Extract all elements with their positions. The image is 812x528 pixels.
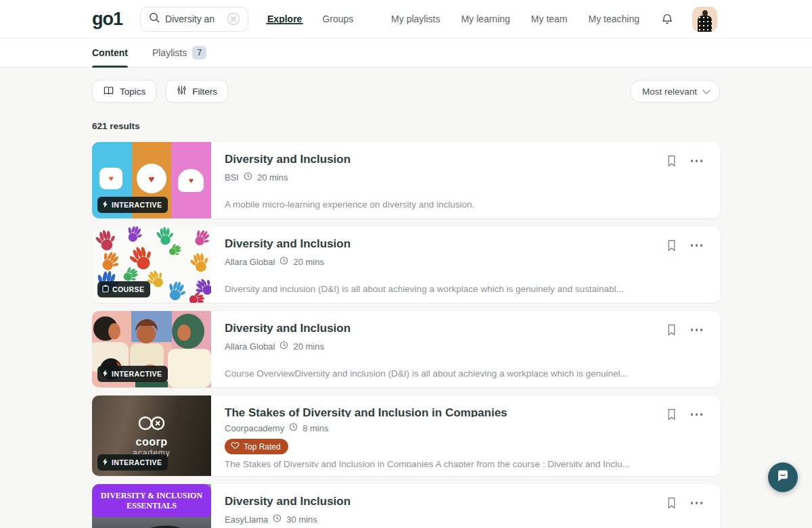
content-type-label: INTERACTIVE: [112, 370, 162, 378]
course-duration: 8 mins: [302, 423, 328, 433]
bookmark-icon[interactable]: [666, 155, 677, 168]
course-description: The Stakes of Diversity and Inclusion in…: [225, 459, 640, 467]
thumbnail-logo-text: coorp: [136, 436, 168, 448]
content-type-label: INTERACTIVE: [112, 201, 162, 209]
chevron-down-icon: [702, 87, 710, 97]
results-count: 621 results: [92, 121, 720, 131]
course-title: Diversity and Inclusion: [225, 237, 640, 251]
course-thumbnail: coorp academy INTERACTIVE: [92, 395, 211, 476]
nav-my-learning-label: My learning: [461, 14, 510, 24]
course-card[interactable]: DIVERSITY & INCLUSION ESSENTIALS Diversi…: [92, 484, 720, 528]
nav-my-team-label: My team: [531, 14, 568, 24]
course-provider: BSI: [225, 172, 239, 183]
lightning-icon: [102, 200, 108, 210]
top-rated-badge: Top Rated: [225, 439, 288, 454]
content-type-badge: COURSE: [97, 281, 150, 297]
clock-icon: [244, 172, 252, 183]
bookmark-icon[interactable]: [666, 497, 677, 510]
sort-dropdown-value: Most relevant: [642, 87, 697, 97]
nav-groups[interactable]: Groups: [321, 14, 355, 24]
content-type-label: COURSE: [112, 285, 144, 293]
top-navbar: go1 Explore Groups: [0, 0, 812, 39]
course-title: Diversity and Inclusion: [225, 322, 640, 335]
nav-my-playlists[interactable]: My playlists: [390, 14, 441, 24]
bookmark-icon[interactable]: [666, 324, 677, 337]
course-description: Diversity and inclusion (D&I) is all abo…: [225, 284, 640, 294]
filters-button[interactable]: Filters: [166, 80, 228, 103]
course-description: A mobile micro-learning experience on di…: [225, 199, 640, 210]
course-provider: Allara Global: [225, 257, 275, 267]
navbar-left: go1 Explore Groups: [92, 0, 355, 38]
nav-my-teaching[interactable]: My teaching: [587, 14, 641, 24]
more-options-icon[interactable]: [691, 239, 703, 247]
course-card[interactable]: coorp academy INTERACTIVE The Stakes of …: [92, 395, 720, 476]
content-type-badge: INTERACTIVE: [97, 454, 168, 471]
more-options-icon[interactable]: [691, 408, 703, 416]
course-duration: 20 mins: [293, 341, 324, 352]
chat-bubble-icon: [775, 469, 790, 486]
course-title: Diversity and Inclusion: [225, 153, 640, 166]
clock-icon: [289, 423, 298, 433]
notifications-bell-icon[interactable]: [660, 12, 674, 26]
course-thumbnail: COURSE: [92, 226, 211, 303]
bookmark-icon[interactable]: [666, 239, 677, 252]
more-options-icon[interactable]: [691, 324, 703, 331]
tab-content-label: Content: [92, 47, 128, 58]
thumbnail-banner-line1: DIVERSITY & INCLUSION: [101, 491, 202, 501]
search-icon: [149, 12, 160, 26]
page: go1 Explore Groups: [0, 0, 812, 528]
sliders-icon: [177, 85, 187, 97]
heart-icon: [231, 441, 240, 452]
course-card[interactable]: INTERACTIVE Diversity and Inclusion BSI …: [92, 142, 720, 218]
go1-logo[interactable]: go1: [92, 9, 122, 30]
search-input[interactable]: [165, 14, 221, 24]
thumbnail-banner-line2: ESSENTIALS: [127, 501, 177, 511]
section-tabs: Content Playlists 7: [0, 39, 812, 68]
course-description: Course OverviewDiversity and inclusion (…: [225, 368, 640, 379]
thumbnail-banner: DIVERSITY & INCLUSION ESSENTIALS: [92, 484, 211, 517]
course-provider: Allara Global: [225, 341, 275, 352]
course-duration: 20 mins: [293, 257, 324, 267]
topics-button[interactable]: Topics: [92, 80, 156, 103]
more-options-icon[interactable]: [691, 155, 703, 162]
user-avatar[interactable]: [692, 7, 717, 32]
book-icon: [103, 86, 114, 97]
tab-playlists[interactable]: Playlists 7: [152, 39, 206, 67]
primary-nav: Explore Groups: [266, 14, 355, 24]
steering-wheel-graphic: [129, 522, 191, 528]
lightning-icon: [102, 369, 108, 379]
coorp-infinity-logo-icon: [133, 414, 170, 435]
filter-buttons: Topics Filters: [92, 80, 228, 103]
top-rated-label: Top Rated: [244, 442, 281, 452]
active-nav-underline: [266, 23, 303, 24]
course-card[interactable]: INTERACTIVE Diversity and Inclusion Alla…: [92, 311, 720, 387]
course-card[interactable]: COURSE Diversity and Inclusion Allara Gl…: [92, 226, 720, 303]
course-duration: 30 mins: [286, 514, 317, 525]
nav-my-team[interactable]: My team: [530, 14, 569, 24]
filter-toolbar: Topics Filters Most relevant: [92, 80, 720, 103]
bookmark-icon[interactable]: [666, 408, 677, 421]
more-options-icon[interactable]: [691, 497, 703, 504]
playlists-count-badge: 7: [192, 46, 206, 59]
nav-my-teaching-label: My teaching: [589, 14, 639, 24]
nav-explore[interactable]: Explore: [266, 14, 303, 24]
tab-content[interactable]: Content: [92, 39, 128, 67]
course-title: Diversity and Inclusion: [225, 495, 640, 508]
sort-dropdown[interactable]: Most relevant: [630, 80, 720, 103]
navbar-right: My playlists My learning My team My teac…: [390, 0, 717, 38]
clipboard-icon: [102, 285, 109, 294]
nav-groups-label: Groups: [322, 14, 353, 24]
course-thumbnail: INTERACTIVE: [92, 142, 211, 218]
course-provider: Coorpacademy: [225, 423, 284, 433]
content-type-badge: INTERACTIVE: [97, 197, 168, 213]
search-box[interactable]: [140, 7, 248, 32]
content-type-label: INTERACTIVE: [112, 458, 162, 466]
content-type-badge: INTERACTIVE: [97, 366, 168, 382]
clock-icon: [279, 341, 288, 352]
topics-button-label: Topics: [120, 87, 145, 97]
chat-launcher-button[interactable]: [768, 462, 798, 492]
clear-search-icon[interactable]: [226, 11, 241, 26]
clock-icon: [273, 514, 281, 525]
course-title: The Stakes of Diversity and Inclusion in…: [225, 406, 640, 417]
nav-my-learning[interactable]: My learning: [459, 14, 511, 24]
